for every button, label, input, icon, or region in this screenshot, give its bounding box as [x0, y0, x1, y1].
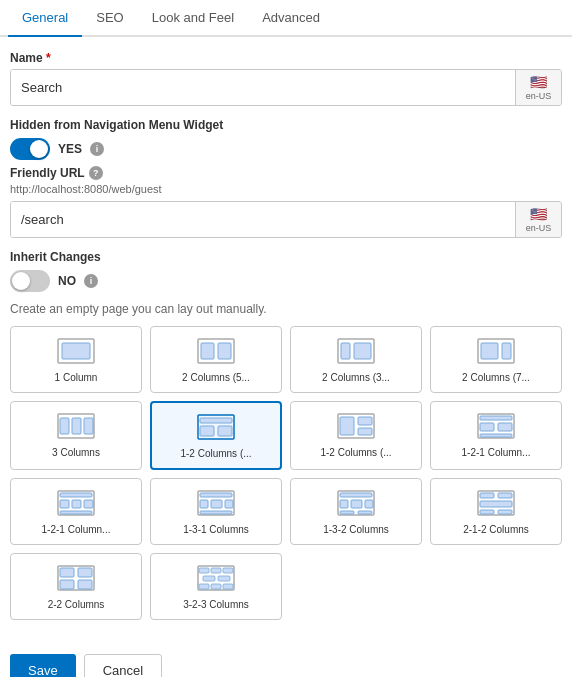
friendly-url-locale-badge: 🇺🇸 en-US	[515, 202, 561, 237]
svg-rect-21	[358, 417, 372, 425]
inherit-changes-slider[interactable]	[10, 270, 50, 292]
svg-rect-7	[354, 343, 371, 359]
svg-rect-60	[211, 568, 221, 573]
layout-1-2col-icon	[196, 413, 236, 441]
name-input-wrapper: 🇺🇸 en-US	[10, 69, 562, 106]
svg-rect-51	[480, 510, 494, 514]
layout-1-2-1col-b-label: 1-2-1 Column...	[42, 523, 111, 536]
svg-rect-27	[480, 434, 512, 437]
svg-rect-57	[78, 580, 92, 589]
layout-3col-icon	[56, 412, 96, 440]
layout-3col[interactable]: 3 Columns	[10, 401, 142, 470]
hidden-nav-slider[interactable]	[10, 138, 50, 160]
svg-rect-45	[340, 511, 354, 514]
tab-look-and-feel[interactable]: Look and Feel	[138, 0, 248, 37]
layout-1-2-1col-a-icon	[476, 412, 516, 440]
svg-rect-48	[480, 493, 494, 498]
layout-2-2col-label: 2-2 Columns	[48, 598, 105, 611]
svg-rect-1	[62, 343, 90, 359]
hidden-nav-info-icon[interactable]: i	[90, 142, 104, 156]
svg-rect-17	[200, 426, 214, 436]
svg-rect-30	[60, 500, 69, 508]
name-locale-badge: 🇺🇸 en-US	[515, 70, 561, 105]
layout-2col-right-narrow-icon	[476, 337, 516, 365]
layout-2-2col[interactable]: 2-2 Columns	[10, 553, 142, 620]
name-input[interactable]	[11, 70, 515, 105]
tab-bar: General SEO Look and Feel Advanced	[0, 0, 572, 37]
svg-rect-29	[60, 493, 92, 497]
layout-3-2-3col[interactable]: 3-2-3 Columns	[150, 553, 282, 620]
layout-2col-left-narrow[interactable]: 2 Columns (3...	[290, 326, 422, 393]
layout-1-2-1col-a-label: 1-2-1 Column...	[462, 446, 531, 459]
svg-rect-20	[340, 417, 354, 435]
friendly-url-input-wrapper: 🇺🇸 en-US	[10, 201, 562, 238]
svg-rect-9	[481, 343, 498, 359]
svg-rect-41	[340, 493, 372, 497]
svg-rect-61	[223, 568, 233, 573]
layout-2-1-2col-icon	[476, 489, 516, 517]
svg-rect-36	[200, 500, 208, 508]
hidden-nav-toggle-row: YES i	[10, 138, 562, 160]
svg-rect-22	[358, 428, 372, 435]
layout-1-3-2col[interactable]: 1-3-2 Columns	[290, 478, 422, 545]
layout-1-2-1col-b-icon	[56, 489, 96, 517]
svg-rect-32	[84, 500, 93, 508]
friendly-url-info-icon[interactable]: ?	[89, 166, 103, 180]
layout-2col-right-narrow[interactable]: 2 Columns (7...	[430, 326, 562, 393]
svg-rect-49	[498, 493, 512, 498]
layout-1-2-1col-a[interactable]: 1-2-1 Column...	[430, 401, 562, 470]
svg-rect-24	[480, 416, 512, 420]
svg-rect-6	[341, 343, 350, 359]
cancel-button[interactable]: Cancel	[84, 654, 162, 677]
tab-advanced[interactable]: Advanced	[248, 0, 334, 37]
friendly-url-input[interactable]	[11, 202, 515, 237]
tab-general[interactable]: General	[8, 0, 82, 37]
inherit-changes-label: Inherit Changes	[10, 250, 562, 264]
svg-rect-52	[498, 510, 512, 514]
inherit-changes-state: NO	[58, 274, 76, 288]
layout-1-2-1col-b[interactable]: 1-2-1 Column...	[10, 478, 142, 545]
svg-rect-66	[223, 584, 233, 589]
layout-2-1-2col-label: 2-1-2 Columns	[463, 523, 529, 536]
layout-1-3-2col-icon	[336, 489, 376, 517]
svg-rect-12	[60, 418, 69, 434]
hidden-nav-label: Hidden from Navigation Menu Widget	[10, 118, 562, 132]
layout-2col-equal[interactable]: 2 Columns (5...	[150, 326, 282, 393]
svg-rect-50	[480, 501, 512, 507]
svg-rect-33	[60, 511, 92, 514]
layout-1col-icon	[56, 337, 96, 365]
layout-1-2col-b[interactable]: 1-2 Columns (...	[290, 401, 422, 470]
friendly-url-flag-icon: 🇺🇸	[530, 206, 547, 222]
svg-rect-13	[72, 418, 81, 434]
svg-rect-18	[218, 426, 232, 436]
name-locale-text: en-US	[526, 91, 552, 101]
main-content: Name * 🇺🇸 en-US Hidden from Navigation M…	[0, 37, 572, 638]
layout-1-2col-b-label: 1-2 Columns (...	[320, 446, 391, 459]
layout-2-2col-icon	[56, 564, 96, 592]
svg-rect-25	[480, 423, 494, 431]
inherit-changes-info-icon[interactable]: i	[84, 274, 98, 288]
layout-1-3-1col[interactable]: 1-3-1 Columns	[150, 478, 282, 545]
save-button[interactable]: Save	[10, 654, 76, 677]
layout-1-3-1col-label: 1-3-1 Columns	[183, 523, 249, 536]
layout-2-1-2col[interactable]: 2-1-2 Columns	[430, 478, 562, 545]
layout-1-2col-selected[interactable]: 1-2 Columns (...	[150, 401, 282, 470]
svg-rect-31	[72, 500, 81, 508]
us-flag-icon: 🇺🇸	[530, 74, 547, 90]
hidden-nav-toggle[interactable]	[10, 138, 50, 160]
svg-rect-59	[199, 568, 209, 573]
footer: Save Cancel	[0, 638, 572, 677]
layout-3-2-3col-label: 3-2-3 Columns	[183, 598, 249, 611]
svg-rect-56	[60, 580, 74, 589]
layout-1col[interactable]: 1 Column	[10, 326, 142, 393]
layout-hint: Create an empty page you can lay out man…	[10, 302, 562, 316]
layout-2col-left-narrow-icon	[336, 337, 376, 365]
tab-seo[interactable]: SEO	[82, 0, 137, 37]
svg-rect-37	[211, 500, 222, 508]
layout-1-3-2col-label: 1-3-2 Columns	[323, 523, 389, 536]
svg-rect-44	[365, 500, 373, 508]
svg-rect-10	[502, 343, 511, 359]
inherit-changes-toggle[interactable]	[10, 270, 50, 292]
friendly-url-hint: http://localhost:8080/web/guest	[10, 183, 562, 195]
svg-rect-4	[218, 343, 231, 359]
